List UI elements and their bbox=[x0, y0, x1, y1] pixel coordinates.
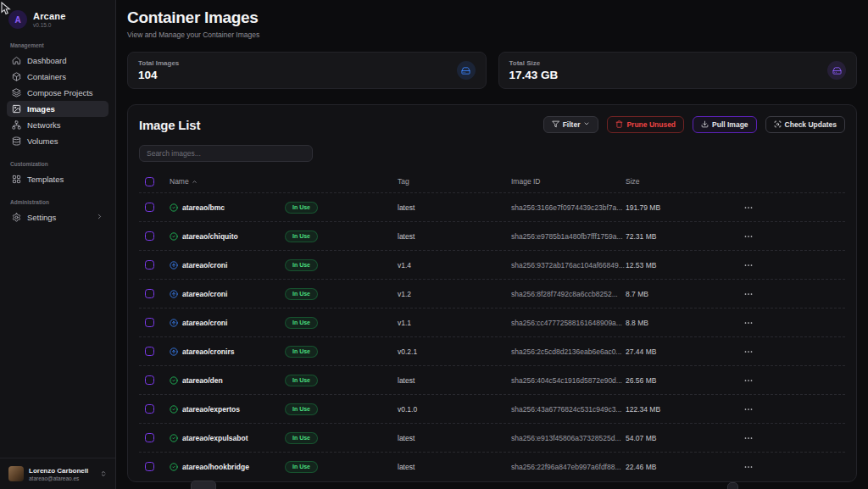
image-id: sha256:9372ab176ac104af66849... bbox=[511, 261, 626, 270]
nav-section-label: Administration bbox=[10, 199, 105, 205]
table-row[interactable]: atareao/expulsabot In Use latest sha256:… bbox=[139, 423, 845, 452]
sidebar-item-compose-projects[interactable]: Compose Projects bbox=[7, 85, 108, 101]
in-use-badge: In Use bbox=[285, 259, 318, 271]
image-name[interactable]: atareao/cronirs bbox=[182, 347, 234, 356]
image-icon bbox=[12, 104, 21, 114]
row-actions-button[interactable] bbox=[742, 314, 755, 331]
image-id: sha256:3166e7f0974439c23bf7a... bbox=[511, 203, 626, 212]
sidebar-item-images[interactable]: Images bbox=[7, 101, 108, 117]
sidebar-item-containers[interactable]: Containers bbox=[7, 69, 108, 85]
image-name[interactable]: atareao/bmc bbox=[182, 203, 225, 212]
grid-icon bbox=[12, 175, 21, 184]
row-checkbox[interactable] bbox=[145, 318, 154, 327]
table-row[interactable]: atareao/cronirs In Use v0.2.1 sha256:2c5… bbox=[139, 336, 845, 365]
in-use-badge: In Use bbox=[285, 432, 318, 444]
stat-card: Total Size 17.43 GB bbox=[498, 52, 858, 89]
table-row[interactable]: atareao/hookbridge In Use latest sha256:… bbox=[139, 452, 845, 481]
image-name[interactable]: atareao/croni bbox=[182, 319, 227, 327]
home-icon bbox=[12, 56, 21, 65]
sidebar-item-dashboard[interactable]: Dashboard bbox=[7, 53, 108, 69]
row-checkbox[interactable] bbox=[145, 260, 154, 270]
nav-item-label: Dashboard bbox=[27, 56, 66, 65]
row-actions-button[interactable] bbox=[742, 199, 755, 216]
row-actions-button[interactable] bbox=[742, 401, 755, 418]
image-tag: latest bbox=[398, 376, 511, 385]
image-name[interactable]: atareao/chiquito bbox=[182, 232, 238, 241]
row-actions-button[interactable] bbox=[742, 458, 755, 475]
row-checkbox[interactable] bbox=[145, 347, 154, 356]
check-circle-icon bbox=[170, 376, 178, 385]
column-header-image-id[interactable]: Image ID bbox=[511, 177, 626, 186]
in-use-badge: In Use bbox=[285, 346, 318, 358]
select-all-checkbox[interactable] bbox=[145, 177, 154, 186]
app-logo[interactable]: A Arcane v0.15.0 bbox=[7, 8, 108, 37]
image-name[interactable]: atareao/den bbox=[182, 376, 223, 385]
row-checkbox[interactable] bbox=[145, 375, 154, 385]
pagination-control-partial[interactable] bbox=[727, 482, 738, 489]
sidebar-item-volumes[interactable]: Volumes bbox=[7, 133, 108, 149]
table-row[interactable]: atareao/croni In Use v1.2 sha256:8f28f74… bbox=[139, 279, 845, 308]
container-icon bbox=[12, 72, 21, 81]
page-title: Container Images bbox=[127, 8, 857, 27]
check-updates-button[interactable]: Check Updates bbox=[765, 116, 845, 133]
column-header-name[interactable]: Name bbox=[170, 177, 285, 186]
image-size: 54.07 MB bbox=[626, 434, 742, 442]
arrow-up-circle-icon bbox=[170, 347, 178, 356]
table-header: Name Tag Image ID Size bbox=[139, 170, 845, 192]
table-row[interactable]: atareao/croni In Use v1.1 sha256:cc47772… bbox=[139, 308, 845, 336]
main-content: Container Images View and Manage your Co… bbox=[116, 0, 868, 489]
table-row[interactable]: atareao/den In Use latest sha256:404c54c… bbox=[139, 365, 845, 394]
table-row[interactable]: atareao/chiquito In Use latest sha256:e9… bbox=[139, 221, 845, 250]
pagination-control-partial[interactable] bbox=[191, 481, 216, 489]
row-checkbox[interactable] bbox=[145, 462, 154, 471]
image-list-actions: Filter Prune Unused Pull Image Check Upd… bbox=[543, 116, 845, 133]
image-id: sha256:43a6776824c531c949c3... bbox=[511, 405, 626, 414]
row-checkbox[interactable] bbox=[145, 289, 154, 298]
prune-unused-button[interactable]: Prune Unused bbox=[607, 116, 684, 133]
image-tag: latest bbox=[398, 203, 511, 212]
image-tag: v1.4 bbox=[398, 261, 511, 270]
table-row[interactable]: atareao/croni In Use v1.4 sha256:9372ab1… bbox=[139, 250, 845, 279]
table-row[interactable]: atareao/bmc In Use latest sha256:3166e7f… bbox=[139, 192, 845, 221]
filter-button[interactable]: Filter bbox=[543, 116, 599, 133]
image-list-title: Image List bbox=[139, 118, 200, 132]
stat-card: Total Images 104 bbox=[127, 52, 487, 89]
image-name[interactable]: atareao/expertos bbox=[182, 405, 240, 414]
table-row[interactable]: atareao/expertos In Use v0.1.0 sha256:43… bbox=[139, 394, 845, 423]
nav-section-label: Management bbox=[10, 42, 105, 48]
row-checkbox[interactable] bbox=[145, 231, 154, 241]
trash-icon bbox=[615, 120, 623, 130]
gear-icon bbox=[12, 213, 21, 222]
row-actions-button[interactable] bbox=[742, 228, 755, 245]
filter-button-label: Filter bbox=[563, 120, 581, 129]
image-name[interactable]: atareao/hookbridge bbox=[182, 463, 249, 471]
sidebar-item-templates[interactable]: Templates bbox=[7, 171, 108, 187]
row-actions-button[interactable] bbox=[742, 286, 755, 303]
row-checkbox[interactable] bbox=[145, 404, 154, 414]
sidebar-nav: ManagementDashboardContainersCompose Pro… bbox=[7, 42, 108, 225]
sidebar-item-networks[interactable]: Networks bbox=[7, 117, 108, 133]
row-actions-button[interactable] bbox=[742, 343, 755, 360]
user-menu[interactable]: Lorenzo Carbonell atareao@atareao.es bbox=[0, 458, 115, 489]
column-header-tag[interactable]: Tag bbox=[398, 177, 511, 186]
row-actions-button[interactable] bbox=[742, 257, 755, 274]
in-use-badge: In Use bbox=[285, 231, 318, 242]
image-name[interactable]: atareao/expulsabot bbox=[182, 434, 248, 442]
image-name[interactable]: atareao/croni bbox=[182, 290, 227, 298]
column-header-size[interactable]: Size bbox=[626, 177, 742, 186]
pull-image-button[interactable]: Pull Image bbox=[693, 116, 757, 133]
row-actions-button[interactable] bbox=[742, 372, 755, 389]
row-checkbox[interactable] bbox=[145, 203, 154, 212]
image-size: 22.46 MB bbox=[626, 463, 742, 471]
stat-value: 17.43 GB bbox=[509, 69, 559, 81]
sidebar-item-settings[interactable]: Settings bbox=[7, 209, 108, 225]
nav-item-label: Containers bbox=[27, 72, 66, 81]
search-input[interactable] bbox=[139, 145, 313, 162]
row-actions-button[interactable] bbox=[742, 430, 755, 447]
image-id: sha256:2c5cd8d2136eab6e6ac0... bbox=[511, 347, 626, 356]
image-name[interactable]: atareao/croni bbox=[182, 261, 227, 270]
in-use-badge: In Use bbox=[285, 403, 318, 415]
row-checkbox[interactable] bbox=[145, 433, 154, 442]
nav-item-label: Templates bbox=[27, 175, 64, 184]
image-size: 27.44 MB bbox=[626, 347, 742, 356]
